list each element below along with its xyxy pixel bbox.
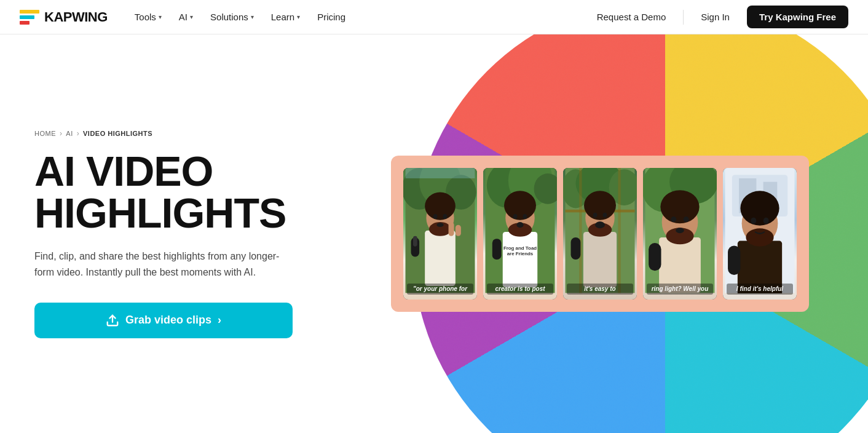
arrow-right-icon: › xyxy=(218,314,221,327)
clip-svg-1 xyxy=(403,168,477,293)
svg-point-10 xyxy=(433,214,438,219)
svg-rect-6 xyxy=(425,231,456,286)
nav-tools[interactable]: Tools ▾ xyxy=(127,7,169,27)
clip-svg-3 xyxy=(563,168,637,293)
svg-rect-15 xyxy=(449,222,454,236)
video-clip-4: ring light? Well you xyxy=(643,168,717,299)
svg-point-40 xyxy=(584,191,616,220)
chevron-down-icon: ▾ xyxy=(190,14,193,20)
clip-caption-4: ring light? Well you xyxy=(647,284,713,295)
svg-point-54 xyxy=(684,217,689,222)
video-clip-5: I find it's helpful xyxy=(723,168,797,299)
nav-divider xyxy=(683,10,684,25)
breadcrumb-ai[interactable]: AI xyxy=(66,130,73,137)
nav-pricing[interactable]: Pricing xyxy=(310,7,353,27)
clip-svg-4 xyxy=(643,168,717,293)
svg-point-25 xyxy=(504,191,536,220)
clip-bg-2: Frog and Toad are Friends xyxy=(483,168,557,299)
svg-point-11 xyxy=(443,214,448,219)
svg-point-44 xyxy=(595,221,605,228)
svg-rect-67 xyxy=(728,246,740,275)
breadcrumb: HOME › AI › VIDEO HIGHLIGHTS xyxy=(34,129,293,138)
upload-icon xyxy=(106,314,119,327)
breadcrumb-separator: › xyxy=(60,129,62,138)
logo-icon xyxy=(20,10,39,25)
clip-caption-1: "or your phone for xyxy=(407,284,473,295)
svg-rect-5 xyxy=(406,168,475,178)
nav-ai[interactable]: AI ▾ xyxy=(172,7,200,27)
video-clip-3: it's easy to xyxy=(563,168,637,299)
svg-text:Frog and Toad: Frog and Toad xyxy=(503,246,537,252)
logo-bar-red xyxy=(20,21,30,25)
breadcrumb-home[interactable]: HOME xyxy=(34,130,56,137)
hero-section: HOME › AI › VIDEO HIGHLIGHTS AI VIDEO HI… xyxy=(0,34,868,433)
navbar: KAPWING Tools ▾ AI ▾ Solutions ▾ Learn ▾… xyxy=(0,0,868,34)
video-clip-1: "or your phone for xyxy=(403,168,477,299)
svg-point-64 xyxy=(746,229,773,247)
hero-title-line1: AI VIDEO xyxy=(34,148,213,194)
svg-point-27 xyxy=(513,214,518,219)
nav-solutions[interactable]: Solutions ▾ xyxy=(203,7,261,27)
clip-bg-5: I find it's helpful xyxy=(723,168,797,299)
clip-svg-2: Frog and Toad are Friends xyxy=(483,168,557,293)
svg-point-43 xyxy=(603,213,607,218)
cta-label: Grab video clips xyxy=(125,314,211,327)
svg-point-53 xyxy=(671,217,676,222)
video-clip-2: Frog and Toad are Friends xyxy=(483,168,557,299)
brand-name: KAPWING xyxy=(44,9,108,25)
hero-title-line2: HIGHLIGHTS xyxy=(34,189,286,236)
logo-bar-teal xyxy=(20,15,34,19)
svg-point-8 xyxy=(425,193,456,220)
svg-rect-37 xyxy=(618,168,621,293)
chevron-down-icon: ▾ xyxy=(297,14,300,20)
svg-point-51 xyxy=(660,190,699,223)
clip-bg-4: ring light? Well you xyxy=(643,168,717,299)
svg-point-42 xyxy=(593,213,598,218)
logo-bar-yellow xyxy=(20,10,39,14)
svg-point-65 xyxy=(751,218,756,224)
breadcrumb-current: VIDEO HIGHLIGHTS xyxy=(83,130,152,137)
chevron-down-icon: ▾ xyxy=(159,14,162,20)
svg-rect-38 xyxy=(583,232,617,287)
breadcrumb-separator-2: › xyxy=(77,129,79,138)
svg-rect-21 xyxy=(503,232,537,287)
sign-in-button[interactable]: Sign In xyxy=(693,7,737,27)
chevron-down-icon: ▾ xyxy=(251,14,254,20)
hero-description: Find, clip, and share the best highlight… xyxy=(34,248,293,280)
video-panel: "or your phone for Frog and Toad are Fri… xyxy=(391,156,809,311)
hero-title: AI VIDEO HIGHLIGHTS xyxy=(34,150,293,234)
svg-point-55 xyxy=(676,228,684,233)
clip-caption-5: I find it's helpful xyxy=(727,284,793,295)
try-free-button[interactable]: Try Kapwing Free xyxy=(747,6,848,28)
logo[interactable]: KAPWING xyxy=(20,9,108,25)
svg-point-29 xyxy=(516,222,523,228)
svg-rect-30 xyxy=(492,239,502,260)
nav-links: Tools ▾ AI ▾ Solutions ▾ Learn ▾ Pricing xyxy=(127,7,590,27)
clip-caption-2: creator is to post xyxy=(487,284,553,295)
clip-svg-5 xyxy=(723,168,797,293)
nav-learn[interactable]: Learn ▾ xyxy=(264,7,307,27)
svg-point-63 xyxy=(740,191,779,226)
svg-point-28 xyxy=(523,214,527,219)
svg-rect-45 xyxy=(571,237,581,260)
svg-rect-14 xyxy=(413,236,417,247)
svg-rect-56 xyxy=(649,243,661,271)
clip-bg-3: it's easy to xyxy=(563,168,637,299)
svg-point-66 xyxy=(763,218,769,224)
hero-content-right: "or your phone for Frog and Toad are Fri… xyxy=(391,156,809,311)
hero-content-left: HOME › AI › VIDEO HIGHLIGHTS AI VIDEO HI… xyxy=(34,129,293,338)
grab-clips-button[interactable]: Grab video clips › xyxy=(34,303,293,338)
svg-rect-36 xyxy=(579,168,582,293)
clip-bg-1: "or your phone for xyxy=(403,168,477,299)
request-demo-button[interactable]: Request a Demo xyxy=(590,7,674,27)
svg-rect-16 xyxy=(456,225,461,236)
nav-right: Request a Demo Sign In Try Kapwing Free xyxy=(590,6,848,28)
svg-point-12 xyxy=(436,223,443,228)
svg-text:are Friends: are Friends xyxy=(507,252,534,257)
clip-caption-3: it's easy to xyxy=(567,284,633,295)
